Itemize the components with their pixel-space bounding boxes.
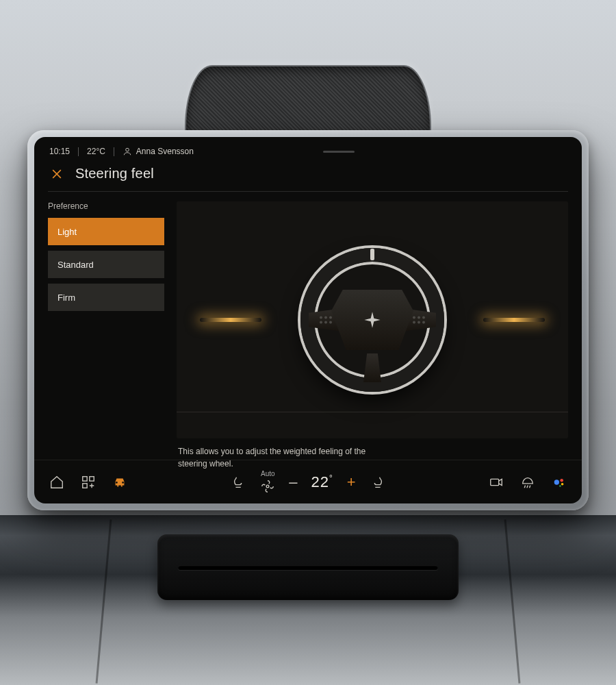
climate-temperature-unit: ° [329,473,333,483]
option-label: Standard [57,260,94,270]
svg-point-9 [559,485,561,486]
svg-point-4 [266,485,269,488]
status-bar: 10:15 22°C Anna Svensson [34,137,582,160]
option-light[interactable]: Light [48,218,164,245]
preference-label: Preference [48,201,164,211]
fan-mode-label: Auto [261,470,275,477]
temperature-down-button[interactable]: – [289,473,297,491]
temperature-up-button[interactable]: + [347,473,356,491]
close-button[interactable] [49,166,64,182]
home-icon[interactable] [49,475,64,490]
svg-rect-1 [83,476,87,480]
climate-temperature-value: 22 [311,473,329,490]
user-icon [123,147,132,156]
svg-rect-5 [491,479,499,485]
polestar-logo-icon [363,310,382,329]
svg-rect-2 [90,476,94,480]
defrost-icon[interactable] [520,475,535,490]
preview-panel [177,201,568,438]
status-separator [114,147,114,156]
status-time: 10:15 [49,147,70,156]
car-icon[interactable] [112,475,127,490]
svg-point-6 [554,480,559,484]
center-display-screen: 10:15 22°C Anna Svensson [34,137,582,503]
status-user[interactable]: Anna Svensson [123,147,194,156]
feedback-beam-right [483,318,545,322]
drag-handle[interactable] [323,151,355,153]
steering-wheel-illustration [300,248,444,392]
bottom-dock: Auto – 22° + [34,460,582,503]
dashboard-speaker-grille [185,65,431,140]
svg-point-0 [126,148,129,151]
center-vent [157,534,459,600]
preference-sidebar: Preference Light Standard Firm [48,201,164,438]
fan-icon[interactable] [260,479,275,494]
vent-slot [178,565,438,570]
seat-heat-left-icon[interactable] [231,475,246,490]
status-user-name: Anna Svensson [136,147,194,156]
climate-temperature[interactable]: 22° [311,473,333,491]
assistant-icon[interactable] [552,475,567,490]
svg-point-8 [561,482,564,485]
page-title: Steering feel [75,166,154,182]
feedback-beam-left [200,318,261,322]
status-temperature: 22°C [87,147,105,156]
svg-point-7 [560,478,563,482]
apps-icon[interactable] [81,475,96,490]
seat-heat-right-icon[interactable] [370,475,385,490]
status-separator [78,147,79,156]
option-label: Light [57,227,77,237]
page-header: Steering feel [34,160,582,191]
option-standard[interactable]: Standard [48,251,164,278]
svg-rect-3 [83,483,87,487]
center-display-bezel: 10:15 22°C Anna Svensson [27,130,589,510]
option-label: Firm [57,292,75,303]
camera-icon[interactable] [489,475,504,490]
preview-divider [177,412,568,412]
option-firm[interactable]: Firm [48,284,164,311]
